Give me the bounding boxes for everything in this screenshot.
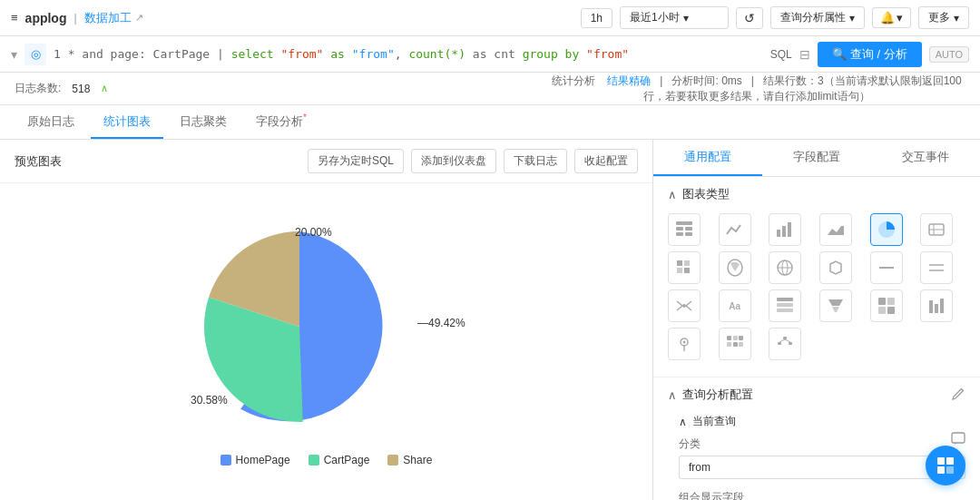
- label-share: 20.00%: [295, 226, 332, 239]
- legend-color-share: [387, 455, 398, 466]
- chart-type-scatter[interactable]: [870, 289, 903, 322]
- chart-type-word-cloud[interactable]: Aa: [719, 289, 751, 322]
- auto-badge: AUTO: [929, 46, 969, 63]
- sql-mode-btn[interactable]: SQL: [770, 48, 792, 61]
- chart-area: —49.42% 30.58% 20.00% HomePage CartPage: [0, 183, 652, 500]
- save-sql-btn[interactable]: 另存为定时SQL: [308, 149, 404, 173]
- chevron-down-icon: ▾: [849, 12, 855, 25]
- statsbar: 日志条数: 518 ∧ 统计分析 结果精确 | 分析时间: 0ms | 结果行数…: [0, 73, 980, 105]
- legend-share: Share: [387, 454, 432, 466]
- pie-chart: —49.42% 30.58% 20.00%: [145, 209, 508, 445]
- tab-cluster[interactable]: 日志聚类: [167, 106, 240, 139]
- legend-cartpage: CartPage: [309, 454, 370, 466]
- label-cartpage: 30.58%: [191, 394, 228, 407]
- chart-type-section: ∧ 图表类型: [653, 177, 980, 377]
- chart-type-table[interactable]: [668, 213, 701, 246]
- refresh-icon: ↺: [744, 11, 755, 25]
- chart-type-grid: Aa: [668, 213, 965, 360]
- chart-legend: HomePage CartPage Share: [211, 445, 442, 475]
- svg-rect-7: [788, 222, 791, 237]
- legend-color-cartpage: [309, 455, 319, 466]
- chevron-down-icon: ▾: [954, 12, 959, 25]
- svg-line-23: [677, 301, 682, 306]
- collapse-btn[interactable]: ▾: [11, 47, 17, 62]
- svg-rect-52: [952, 433, 965, 443]
- bell-btn[interactable]: 🔔 ▾: [872, 7, 911, 28]
- up-icon[interactable]: ∧: [101, 83, 108, 94]
- download-log-btn[interactable]: 下载日志: [504, 149, 567, 173]
- config-tabs: 通用配置 字段配置 交互事件: [653, 140, 980, 177]
- svg-rect-3: [676, 232, 683, 236]
- group-display-field: 组合显示字段: [679, 490, 965, 500]
- tab-chart[interactable]: 统计图表: [91, 106, 163, 139]
- svg-rect-14: [684, 268, 690, 273]
- svg-line-25: [686, 301, 691, 306]
- svg-rect-1: [676, 227, 683, 230]
- chart-type-china-map[interactable]: [719, 251, 751, 284]
- chart-type-single-value[interactable]: [870, 251, 903, 284]
- chart-type-heatmap[interactable]: [668, 251, 701, 284]
- log-count-label: 日志条数:: [15, 81, 61, 96]
- chart-type-map[interactable]: [920, 213, 953, 246]
- chart-type-pivot[interactable]: [769, 289, 801, 322]
- chart-type-matrix[interactable]: [719, 328, 751, 360]
- chart-title: 预览图表: [15, 153, 300, 170]
- breadcrumb[interactable]: 数据加工 ↗: [84, 10, 143, 26]
- tab-field-analysis[interactable]: 字段分析*: [243, 105, 319, 139]
- chevron-down-icon: ▾: [683, 12, 689, 25]
- config-tab-general[interactable]: 通用配置: [653, 140, 762, 176]
- chart-type-multi-value[interactable]: [920, 251, 953, 284]
- bell-icon: 🔔: [880, 11, 895, 25]
- time-range-select[interactable]: 最近1小时 ▾: [620, 6, 729, 29]
- more-btn[interactable]: 更多 ▾: [918, 6, 969, 29]
- svg-rect-33: [887, 298, 895, 305]
- svg-rect-38: [940, 299, 944, 313]
- svg-rect-34: [878, 307, 886, 314]
- legend-color-homepage: [220, 455, 231, 466]
- float-action-btn[interactable]: [926, 446, 965, 485]
- svg-rect-28: [777, 303, 793, 307]
- query-config-header[interactable]: ∧ 查询分析配置: [668, 387, 965, 403]
- config-tab-field[interactable]: 字段配置: [762, 140, 871, 176]
- collapse-config-btn[interactable]: 收起配置: [574, 149, 638, 173]
- refresh-btn[interactable]: ↺: [736, 7, 763, 29]
- category-select[interactable]: from ▾: [679, 456, 965, 479]
- svg-marker-30: [828, 299, 843, 306]
- chart-type-world-map[interactable]: [769, 251, 801, 284]
- chart-type-tree[interactable]: [769, 328, 801, 360]
- current-query-header[interactable]: ∧ 当前查询: [679, 414, 965, 429]
- chart-type-column[interactable]: [920, 289, 953, 322]
- edit-btn[interactable]: [951, 387, 965, 404]
- format-icon[interactable]: ⊟: [799, 47, 810, 62]
- query-config-label: 查询分析配置: [682, 387, 753, 403]
- chart-type-header[interactable]: ∧ 图表类型: [668, 186, 965, 202]
- chart-type-sankey[interactable]: [668, 289, 701, 322]
- svg-rect-55: [937, 466, 945, 474]
- label-homepage: —49.42%: [417, 317, 466, 329]
- menu-icon[interactable]: ≡: [11, 11, 18, 25]
- tab-raw-log[interactable]: 原始日志: [15, 106, 87, 139]
- search-btn[interactable]: 🔍 查询 / 分析: [818, 42, 922, 67]
- querybar: ▾ ◎ 1 * and page: CartPage | select "fro…: [0, 36, 980, 73]
- time-short-btn[interactable]: 1h: [581, 8, 612, 28]
- query-prop-btn[interactable]: 查询分析属性 ▾: [770, 6, 865, 29]
- chart-type-line[interactable]: [719, 213, 751, 246]
- svg-rect-36: [929, 300, 933, 313]
- chart-type-area[interactable]: [819, 213, 852, 246]
- svg-point-40: [683, 341, 686, 344]
- chart-type-bar[interactable]: [769, 213, 801, 246]
- chart-type-funnel[interactable]: [819, 289, 852, 322]
- config-tab-event[interactable]: 交互事件: [871, 140, 980, 176]
- topbar: ≡ applog | 数据加工 ↗ 1h 最近1小时 ▾ ↺ 查询分析属性 ▾ …: [0, 0, 980, 36]
- chart-type-geo[interactable]: [668, 328, 701, 360]
- chart-type-globe[interactable]: [819, 251, 852, 284]
- svg-line-50: [779, 339, 785, 342]
- chart-type-pie[interactable]: [870, 213, 903, 246]
- app-name: applog: [25, 11, 67, 25]
- svg-rect-44: [727, 342, 731, 347]
- svg-rect-56: [946, 466, 954, 474]
- query-text[interactable]: 1 * and page: CartPage | select "from" a…: [54, 47, 756, 61]
- svg-rect-29: [777, 309, 793, 312]
- add-dashboard-btn[interactable]: 添加到仪表盘: [411, 149, 496, 173]
- svg-rect-0: [676, 221, 692, 225]
